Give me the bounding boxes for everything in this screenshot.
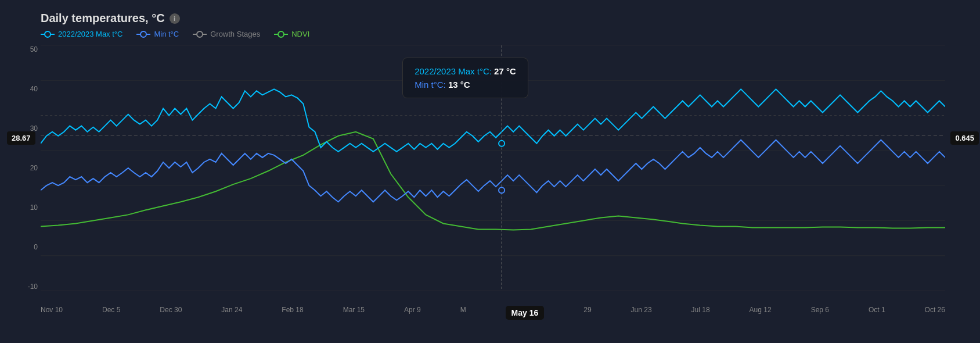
legend-item-max: 2022/2023 Max t°C [41, 30, 123, 38]
x-label-oct1: Oct 1 [869, 306, 885, 320]
x-label-feb18: Feb 18 [282, 306, 303, 320]
chart-container: Daily temperatures, °C i 2022/2023 Max t… [0, 0, 980, 343]
svg-point-10 [499, 141, 505, 147]
legend-label-ndvi: NDVI [291, 30, 309, 38]
x-label-mar15: Mar 15 [343, 306, 365, 320]
x-axis: Nov 10 Dec 5 Dec 30 Jan 24 Feb 18 Mar 15… [41, 306, 945, 320]
y-label-neg10: -10 [9, 283, 38, 291]
chart-area: 50 40 30 20 10 0 -10 28.67 0.645 [41, 45, 945, 291]
y-label-0: 0 [9, 243, 38, 251]
x-label-jun23: Jun 23 [631, 306, 652, 320]
legend-line-min [136, 34, 150, 35]
x-label-29: 29 [583, 306, 591, 320]
legend-item-growth: Growth Stages [193, 30, 260, 38]
title-text: Daily temperatures, °C [41, 12, 165, 25]
x-label-jan24: Jan 24 [221, 306, 242, 320]
svg-point-11 [499, 187, 505, 193]
chart-title: Daily temperatures, °C i [41, 12, 945, 25]
legend-line-max [41, 34, 55, 35]
legend-label-growth: Growth Stages [210, 30, 260, 38]
y-label-10: 10 [9, 203, 38, 212]
x-label-sep6: Sep 6 [811, 306, 829, 320]
legend-item-min: Min t°C [136, 30, 179, 38]
y-label-40: 40 [9, 85, 38, 93]
left-badge: 28.67 [7, 131, 35, 145]
legend-line-ndvi [274, 34, 288, 35]
legend-label-max: 2022/2023 Max t°C [58, 30, 123, 38]
y-axis: 50 40 30 20 10 0 -10 [9, 45, 38, 291]
y-label-50: 50 [9, 45, 38, 53]
x-label-dec30: Dec 30 [160, 306, 182, 320]
legend-item-ndvi: NDVI [274, 30, 309, 38]
x-label-apr9: Apr 9 [404, 306, 421, 320]
right-badge: 0.645 [950, 131, 979, 145]
x-label-aug12: Aug 12 [750, 306, 772, 320]
y-label-20: 20 [9, 164, 38, 172]
x-label-m: M [460, 306, 466, 320]
x-label-dec5: Dec 5 [102, 306, 120, 320]
x-label-may16: May 16 [506, 306, 545, 320]
x-label-nov10: Nov 10 [41, 306, 63, 320]
legend-line-growth [193, 34, 207, 35]
x-label-oct26: Oct 26 [925, 306, 945, 320]
legend: 2022/2023 Max t°C Min t°C Growth Stages … [41, 30, 945, 38]
x-label-jul18: Jul 18 [691, 306, 710, 320]
info-icon[interactable]: i [170, 13, 180, 24]
chart-svg [41, 45, 945, 291]
legend-label-min: Min t°C [154, 30, 179, 38]
